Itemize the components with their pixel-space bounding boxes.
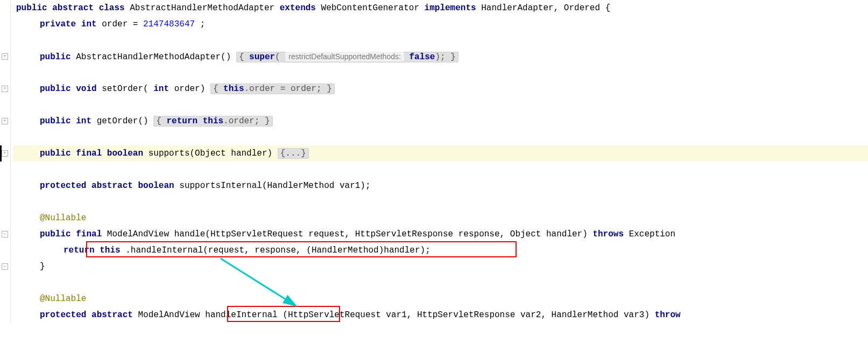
- keyword: extends: [280, 3, 316, 13]
- fold-toggle-icon[interactable]: +: [2, 53, 8, 60]
- code-text: AbstractHandlerMethodAdapter(): [76, 52, 231, 62]
- code-line-blank[interactable]: [13, 65, 868, 81]
- code-text: order): [174, 84, 206, 94]
- keyword: final: [76, 149, 102, 158]
- keyword: class: [99, 3, 125, 13]
- annotation: @Nullable: [40, 294, 86, 304]
- keyword: abstract: [91, 181, 133, 191]
- code-line[interactable]: return this .handleInternal(request, res…: [13, 242, 868, 258]
- keyword: int: [153, 84, 169, 94]
- code-line[interactable]: @Nullable: [13, 210, 868, 226]
- keyword: throws: [592, 229, 624, 239]
- keyword: private: [40, 19, 76, 29]
- type-name: WebContentGenerator: [321, 3, 419, 13]
- code-text: Exception: [629, 229, 675, 239]
- parameter-hint: restrictDefaultSupportedMethods:: [285, 52, 404, 61]
- class-name: AbstractHandlerMethodAdapter: [130, 3, 274, 13]
- fold-toggle-icon[interactable]: −: [2, 263, 8, 270]
- code-line[interactable]: protected abstract ModelAndView handleIn…: [13, 307, 868, 323]
- folded-block[interactable]: { return this.order; }: [153, 116, 272, 127]
- code-line[interactable]: protected abstract boolean supportsInter…: [13, 178, 868, 194]
- code-line[interactable]: public int getOrder() { return this.orde…: [13, 113, 868, 129]
- code-line-blank[interactable]: [13, 97, 868, 113]
- number-literal: 2147483647: [143, 19, 195, 29]
- keyword: int: [81, 19, 97, 29]
- code-line[interactable]: public final ModelAndView handle(HttpSer…: [13, 226, 868, 242]
- code-text: setOrder(: [102, 84, 148, 94]
- keyword: public: [40, 84, 71, 94]
- code-text: order =: [102, 19, 143, 29]
- keyword: throw: [655, 310, 681, 320]
- code-line[interactable]: public abstract class AbstractHandlerMet…: [13, 0, 868, 16]
- keyword: int: [76, 116, 91, 126]
- fold-toggle-icon[interactable]: −: [2, 231, 8, 237]
- method-name: handleInternal: [205, 310, 277, 320]
- keyword: abstract: [52, 3, 94, 13]
- fold-toggle-icon[interactable]: +: [2, 150, 8, 157]
- code-text: supportsInternal(HandlerMethod var1);: [179, 181, 370, 191]
- keyword: public: [40, 52, 71, 62]
- type-name: ModelAndView: [107, 229, 169, 239]
- code-text: HandlerAdapter, Ordered {: [481, 3, 610, 13]
- keyword: return: [63, 246, 100, 255]
- keyword: void: [76, 84, 96, 94]
- code-text: (HttpServletRequest var1, HttpServletRes…: [283, 310, 654, 320]
- keyword: this: [100, 246, 120, 255]
- folded-block[interactable]: {...}: [278, 148, 309, 159]
- code-text: getOrder(): [97, 116, 149, 126]
- keyword: abstract: [91, 310, 133, 320]
- caret-indicator: [0, 145, 2, 162]
- code-line[interactable]: public AbstractHandlerMethodAdapter() { …: [13, 48, 868, 65]
- keyword: public: [40, 116, 71, 126]
- code-line[interactable]: private int order = 2147483647 ;: [13, 16, 868, 32]
- code-line-blank[interactable]: [13, 275, 868, 291]
- code-line[interactable]: }: [13, 258, 868, 275]
- keyword: implements: [425, 3, 476, 13]
- code-line[interactable]: public void setOrder( int order) { this.…: [13, 81, 868, 97]
- fold-toggle-icon[interactable]: +: [2, 86, 8, 92]
- folded-block[interactable]: { this.order = order; }: [210, 83, 335, 94]
- type-name: ModelAndView: [138, 310, 205, 320]
- code-line-blank[interactable]: [13, 129, 868, 145]
- code-text: }: [40, 262, 45, 271]
- code-line[interactable]: @Nullable: [13, 291, 868, 307]
- keyword: protected: [40, 181, 86, 191]
- code-text: ;: [200, 19, 206, 29]
- code-text: handle(HttpServletRequest request, HttpS…: [174, 229, 588, 239]
- keyword: public: [40, 149, 71, 158]
- code-line-blank[interactable]: [13, 32, 868, 48]
- code-line-blank[interactable]: [13, 162, 868, 178]
- keyword: final: [76, 229, 102, 239]
- keyword: public: [16, 3, 47, 13]
- code-text: supports(Object handler): [149, 149, 278, 158]
- annotation: @Nullable: [40, 213, 86, 223]
- code-text: .handleInternal(request, response, (Hand…: [125, 246, 431, 255]
- folded-block[interactable]: { super( restrictDefaultSupportedMethods…: [236, 52, 458, 62]
- editor-gutter: + + + + − −: [0, 0, 11, 323]
- code-line-blank[interactable]: [13, 194, 868, 210]
- code-editor[interactable]: public abstract class AbstractHandlerMet…: [13, 0, 868, 323]
- keyword: boolean: [138, 181, 174, 191]
- fold-toggle-icon[interactable]: +: [2, 118, 8, 124]
- code-line-current[interactable]: public final boolean supports(Object han…: [13, 145, 868, 162]
- keyword: public: [40, 229, 71, 239]
- keyword: protected: [40, 310, 86, 320]
- keyword: boolean: [107, 149, 143, 158]
